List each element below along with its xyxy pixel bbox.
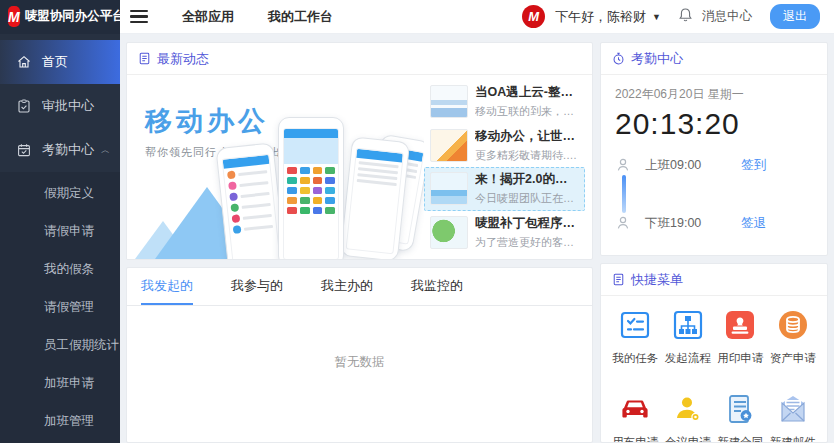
timeline-connector bbox=[622, 175, 626, 213]
quick-item-start-process[interactable]: 发起流程 bbox=[662, 308, 715, 366]
chevron-up-icon: ︿ bbox=[101, 144, 110, 157]
tab-participated-by-me[interactable]: 我参与的 bbox=[231, 268, 283, 305]
logout-button[interactable]: 退出 bbox=[770, 4, 820, 29]
sidebar-item-approval-center[interactable]: 审批中心 bbox=[0, 84, 120, 128]
chevron-down-icon[interactable]: ▼ bbox=[652, 12, 661, 22]
quick-item-label: 我的任务 bbox=[612, 351, 658, 366]
news-desc: 移动互联的到来，让OA与云 bbox=[475, 104, 579, 119]
sidebar-subitem-leave-request[interactable]: 请假申请 bbox=[0, 212, 120, 250]
sidebar-subitem-holiday-definition[interactable]: 假期定义 bbox=[0, 174, 120, 212]
news-desc: 为了营造更好的客户体验，唛 bbox=[475, 235, 579, 250]
document-icon bbox=[612, 273, 625, 286]
news-item[interactable]: 当OA遇上云-整个协同OA 移动互联的到来，让OA与云 bbox=[424, 80, 585, 124]
quick-item-label: 会议申请 bbox=[665, 435, 711, 443]
sidebar-subitem-overtime-request[interactable]: 加班申请 bbox=[0, 364, 120, 402]
news-body: 移动办公 帮你领先同行 把工作带出办公室 bbox=[127, 75, 592, 259]
stamp-icon bbox=[723, 308, 757, 342]
quick-item-asset-request[interactable]: 资产申请 bbox=[767, 308, 820, 366]
check-out-link[interactable]: 签退 bbox=[741, 215, 766, 232]
news-desc: 今日唛盟团队正在加班加点， bbox=[475, 191, 579, 206]
mobile-office-banner[interactable]: 移动办公 帮你领先同行 把工作带出办公室 bbox=[127, 75, 424, 259]
sidebar-subitem-employee-holiday-stats[interactable]: 员工假期统计 bbox=[0, 326, 120, 364]
sidebar: 首页 审批中心 考勤中心 ︿ 假期定义 请假申请 我的假条 请假管理 员工假期统… bbox=[0, 34, 120, 443]
tasks-icon bbox=[618, 308, 652, 342]
my-tasks-panel: 我发起的 我参与的 我主办的 我监控的 暂无数据 bbox=[126, 267, 593, 443]
attendance-submenu: 假期定义 请假申请 我的假条 请假管理 员工假期统计 加班申请 加班管理 bbox=[0, 172, 120, 443]
news-list: 当OA遇上云-整个协同OA 移动互联的到来，让OA与云 移动办公，让世界触手可 … bbox=[424, 75, 592, 259]
document-icon bbox=[138, 52, 151, 65]
panel-title: 最新动态 bbox=[157, 50, 209, 68]
phone-mockups bbox=[222, 109, 422, 259]
check-out-row: 下班19:00 签退 bbox=[615, 211, 813, 235]
tab-initiated-by-me[interactable]: 我发起的 bbox=[141, 268, 193, 305]
app-logo-icon: M bbox=[8, 6, 20, 27]
quick-item-label: 新建邮件 bbox=[770, 435, 816, 443]
meeting-icon bbox=[671, 392, 705, 426]
phone-mockup bbox=[340, 136, 410, 259]
quick-item-label: 资产申请 bbox=[770, 351, 816, 366]
quick-item-my-tasks[interactable]: 我的任务 bbox=[609, 308, 662, 366]
quick-item-new-mail[interactable]: 新建邮件 bbox=[767, 392, 820, 443]
menu-toggle-icon[interactable] bbox=[130, 10, 148, 24]
panel-title: 考勤中心 bbox=[631, 50, 683, 68]
sidebar-subitem-leave-management[interactable]: 请假管理 bbox=[0, 288, 120, 326]
sidebar-item-label: 首页 bbox=[42, 53, 68, 71]
quick-item-vehicle-request[interactable]: 用车申请 bbox=[609, 392, 662, 443]
news-item[interactable]: 唛盟补丁包程序更新 为了营造更好的客户体验，唛 bbox=[424, 211, 585, 255]
clipboard-icon bbox=[17, 99, 31, 113]
sidebar-item-label: 审批中心 bbox=[42, 97, 94, 115]
tab-hosted-by-me[interactable]: 我主办的 bbox=[321, 268, 373, 305]
sidebar-item-label: 考勤中心 bbox=[42, 141, 94, 159]
user-greeting[interactable]: 下午好，陈裕财 bbox=[555, 8, 646, 26]
top-nav: 全部应用 我的工作台 bbox=[182, 8, 333, 26]
right-column: 考勤中心 2022年06月20日 星期一 20:13:20 上班09:00 签到… bbox=[600, 42, 828, 443]
sidebar-subitem-overtime-management[interactable]: 加班管理 bbox=[0, 402, 120, 440]
check-in-row: 上班09:00 签到 bbox=[615, 153, 813, 177]
sidebar-subitem-my-leave-notes[interactable]: 我的假条 bbox=[0, 250, 120, 288]
flow-icon bbox=[671, 308, 705, 342]
header-right: M 下午好，陈裕财 ▼ 消息中心 退出 bbox=[522, 4, 834, 29]
empty-state-text: 暂无数据 bbox=[127, 306, 592, 371]
quick-menu-header: 快捷菜单 bbox=[601, 264, 827, 296]
car-icon bbox=[618, 392, 652, 426]
mail-icon bbox=[776, 392, 810, 426]
user-avatar[interactable]: M bbox=[522, 5, 545, 28]
home-icon bbox=[17, 55, 31, 69]
quick-item-seal-request[interactable]: 用印申请 bbox=[714, 308, 767, 366]
bell-icon[interactable] bbox=[679, 8, 692, 25]
quick-menu-grid: 我的任务 发起流程 用印申请 资产申请 用车申请 bbox=[601, 296, 827, 443]
sidebar-item-attendance-center[interactable]: 考勤中心 ︿ bbox=[0, 128, 120, 172]
quick-item-meeting-request[interactable]: 会议申请 bbox=[662, 392, 715, 443]
news-desc: 更多精彩敬请期待....... bbox=[475, 148, 579, 163]
quick-item-new-contract[interactable]: 新建合同 bbox=[714, 392, 767, 443]
news-thumbnail bbox=[430, 129, 468, 162]
news-thumbnail bbox=[430, 172, 468, 205]
quick-menu-panel: 快捷菜单 我的任务 发起流程 用印申请 资产申请 bbox=[600, 263, 828, 443]
sidebar-item-home[interactable]: 首页 bbox=[0, 40, 120, 84]
attendance-clock: 20:13:20 bbox=[615, 107, 813, 141]
person-icon bbox=[615, 215, 631, 231]
assets-icon bbox=[776, 308, 810, 342]
tab-monitored-by-me[interactable]: 我监控的 bbox=[411, 268, 463, 305]
contract-icon bbox=[723, 392, 757, 426]
attendance-date: 2022年06月20日 星期一 bbox=[615, 86, 813, 103]
nav-all-apps[interactable]: 全部应用 bbox=[182, 8, 234, 26]
panel-title: 快捷菜单 bbox=[631, 271, 683, 289]
phone-mockup bbox=[278, 117, 344, 259]
attendance-panel: 考勤中心 2022年06月20日 星期一 20:13:20 上班09:00 签到… bbox=[600, 42, 828, 256]
attendance-body: 2022年06月20日 星期一 20:13:20 上班09:00 签到 下班19… bbox=[601, 75, 827, 246]
shift-label: 上班09:00 bbox=[645, 157, 701, 174]
nav-my-workbench[interactable]: 我的工作台 bbox=[268, 8, 333, 26]
news-thumbnail bbox=[430, 85, 468, 118]
top-header: M 唛盟协同办公平台 全部应用 我的工作台 M 下午好，陈裕财 ▼ 消息中心 退… bbox=[0, 0, 834, 34]
stopwatch-icon bbox=[612, 52, 625, 65]
news-item-highlighted[interactable]: 来！揭开2.0的神秘面纱- 今日唛盟团队正在加班加点， bbox=[424, 167, 585, 211]
latest-news-panel: 最新动态 移动办公 帮你领先同行 把工作带出办公室 bbox=[126, 42, 593, 260]
brand: M 唛盟协同办公平台 bbox=[0, 0, 120, 34]
news-title: 唛盟补丁包程序更新 bbox=[475, 215, 579, 232]
message-center-link[interactable]: 消息中心 bbox=[702, 8, 752, 25]
news-item[interactable]: 移动办公，让世界触手可 更多精彩敬请期待....... bbox=[424, 124, 585, 168]
quick-item-label: 新建合同 bbox=[717, 435, 763, 443]
attendance-header: 考勤中心 bbox=[601, 43, 827, 75]
check-in-link[interactable]: 签到 bbox=[741, 157, 766, 174]
